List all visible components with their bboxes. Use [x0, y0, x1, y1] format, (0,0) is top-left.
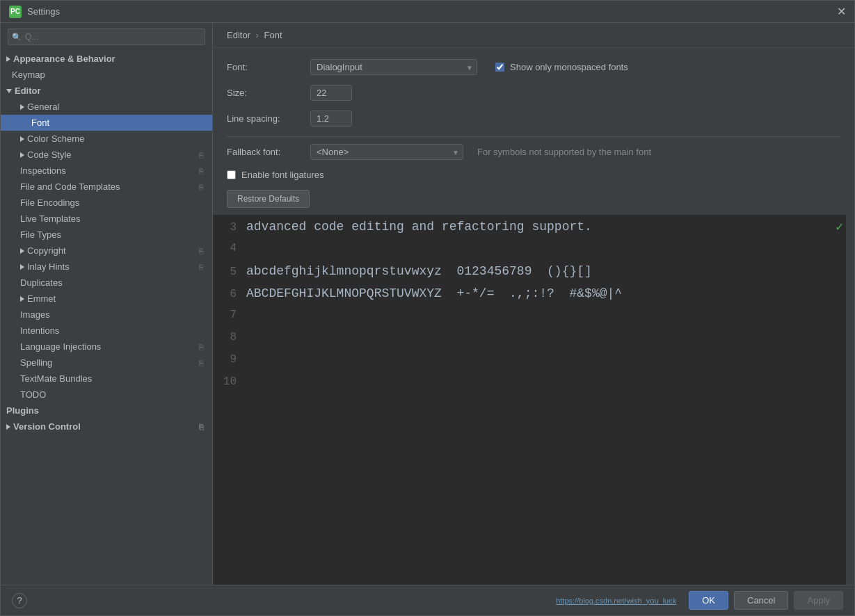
font-row: Font: DialogInput ▼ Show only monospaced… [227, 59, 840, 75]
window-title: Settings [27, 6, 60, 17]
sidebar-item-inspections[interactable]: Inspections ⎘ [1, 163, 212, 179]
preview-line: 8 [213, 329, 854, 351]
line-content: abcdefghijklmnopqrstuvwxyz 0123456789 ()… [246, 262, 592, 281]
sidebar-item-spelling[interactable]: Spelling ⎘ [1, 355, 212, 371]
ok-button[interactable]: OK [689, 591, 728, 610]
sidebar-item-label: Keymap [12, 70, 45, 80]
sidebar-item-label: File Types [20, 229, 61, 240]
help-button[interactable]: ? [12, 593, 27, 608]
copy-icon: ⎘ [199, 183, 204, 191]
sidebar-item-label: Language Injections [20, 341, 101, 352]
sidebar-item-keymap[interactable]: Keymap [1, 67, 212, 83]
preview-scrollbar[interactable] [846, 215, 854, 585]
preview-lines: 3 advanced code editing and refactoring … [213, 215, 854, 585]
breadcrumb: Editor › Font [213, 23, 854, 48]
copy-icon: ⎘ [199, 263, 204, 271]
sidebar-item-label: File Encodings [20, 197, 79, 208]
sidebar-item-label: TODO [20, 389, 46, 400]
expand-icon [20, 248, 24, 254]
settings-window: PC Settings ✕ 🔍 Appearance & Behavior Ke… [0, 0, 855, 616]
copy-icon: ⎘ [199, 343, 204, 351]
sidebar-item-textmate-bundles[interactable]: TextMate Bundles [1, 371, 212, 387]
ligatures-checkbox[interactable] [227, 170, 236, 179]
sidebar-item-language-injections[interactable]: Language Injections ⎘ [1, 339, 212, 355]
search-box: 🔍 [8, 29, 205, 45]
sidebar-item-intentions[interactable]: Intentions [1, 323, 212, 339]
expand-icon [20, 296, 24, 302]
sidebar-item-emmet[interactable]: Emmet [1, 291, 212, 307]
size-input[interactable] [310, 85, 352, 101]
sidebar-item-live-templates[interactable]: Live Templates [1, 211, 212, 227]
search-input[interactable] [8, 29, 205, 45]
main-content: 🔍 Appearance & Behavior Keymap Editor Ge… [1, 23, 854, 585]
size-row: Size: [227, 85, 840, 101]
preview-line: 10 [213, 373, 854, 396]
line-number: 8 [213, 329, 246, 346]
sidebar-item-label: Spelling [20, 357, 52, 368]
preview-line: 9 [213, 351, 854, 373]
line-content: ABCDEFGHIJKLMNOPQRSTUVWXYZ +-*/= .,;:!? … [246, 284, 622, 303]
expand-icon [6, 56, 10, 62]
bottom-left: ? [12, 593, 27, 608]
expand-icon [20, 152, 24, 158]
sidebar-item-todo[interactable]: TODO [1, 387, 212, 403]
sidebar-item-label: Copyright [27, 245, 66, 256]
sidebar-item-version-control[interactable]: Version Control ⎘ [1, 419, 212, 435]
fallback-font-select[interactable]: <None> [310, 144, 463, 160]
sidebar-item-label: Images [20, 309, 50, 320]
sidebar-item-label: Inspections [20, 165, 66, 176]
sidebar-item-file-code-templates[interactable]: File and Code Templates ⎘ [1, 179, 212, 195]
search-icon: 🔍 [12, 33, 22, 42]
sidebar-item-label: Intentions [20, 325, 59, 336]
close-button[interactable]: ✕ [837, 5, 846, 18]
title-bar-left: PC Settings [9, 6, 60, 18]
line-spacing-input[interactable] [310, 111, 352, 127]
expand-icon [20, 104, 24, 110]
preview-line: 6 ABCDEFGHIJKLMNOPQRSTUVWXYZ +-*/= .,;:!… [213, 284, 854, 307]
sidebar-item-label: Color Scheme [27, 133, 84, 144]
line-number: 3 [213, 219, 246, 236]
preview-line: 3 advanced code editing and refactoring … [213, 218, 854, 240]
sidebar-item-font[interactable]: Font [1, 115, 212, 131]
sidebar-item-plugins[interactable]: Plugins [1, 403, 212, 419]
line-number: 4 [213, 240, 246, 257]
sidebar-item-file-encodings[interactable]: File Encodings [1, 195, 212, 211]
line-number: 9 [213, 351, 246, 368]
line-number: 10 [213, 373, 246, 390]
font-select-wrapper: DialogInput ▼ [310, 59, 477, 75]
breadcrumb-separator: › [256, 30, 259, 40]
copy-icon: ⎘ [199, 423, 204, 431]
preview-line: 4 [213, 240, 854, 262]
sidebar-item-code-style[interactable]: Code Style ⎘ [1, 147, 212, 163]
cancel-button[interactable]: Cancel [734, 591, 788, 610]
font-select[interactable]: DialogInput [310, 59, 477, 75]
sidebar-item-inlay-hints[interactable]: Inlay Hints ⎘ [1, 259, 212, 275]
sidebar-item-label: Appearance & Behavior [13, 54, 115, 64]
bottom-right: https://blog.csdn.net/wish_you_luck OK C… [556, 591, 843, 610]
ligatures-row: Enable font ligatures [227, 170, 840, 180]
preview-area: ✓ 3 advanced code editing and refactorin… [213, 215, 854, 585]
sidebar-item-label: Plugins [6, 405, 39, 416]
url-hint[interactable]: https://blog.csdn.net/wish_you_luck [556, 597, 676, 605]
bottom-bar: ? https://blog.csdn.net/wish_you_luck OK… [1, 585, 854, 615]
sidebar-item-images[interactable]: Images [1, 307, 212, 323]
copy-icon: ⎘ [199, 247, 204, 255]
restore-defaults-button[interactable]: Restore Defaults [227, 190, 310, 208]
show-monospaced-row: Show only monospaced fonts [495, 62, 628, 72]
sidebar-item-editor[interactable]: Editor [1, 83, 212, 99]
show-monospaced-checkbox[interactable] [495, 63, 504, 72]
sidebar-item-appearance[interactable]: Appearance & Behavior [1, 51, 212, 67]
sidebar-item-label: Editor [15, 86, 41, 96]
sidebar-item-copyright[interactable]: Copyright ⎘ [1, 243, 212, 259]
breadcrumb-current: Font [264, 30, 282, 40]
size-label: Size: [227, 88, 303, 98]
font-label: Font: [227, 62, 303, 72]
sidebar-item-label: Emmet [27, 293, 56, 304]
sidebar-item-color-scheme[interactable]: Color Scheme [1, 131, 212, 147]
fallback-font-select-wrapper: <None> ▼ [310, 144, 463, 160]
sidebar-item-general[interactable]: General [1, 99, 212, 115]
green-check-icon: ✓ [836, 219, 843, 234]
sidebar-item-file-types[interactable]: File Types [1, 227, 212, 243]
sidebar-item-duplicates[interactable]: Duplicates [1, 275, 212, 291]
apply-button[interactable]: Apply [794, 591, 843, 610]
